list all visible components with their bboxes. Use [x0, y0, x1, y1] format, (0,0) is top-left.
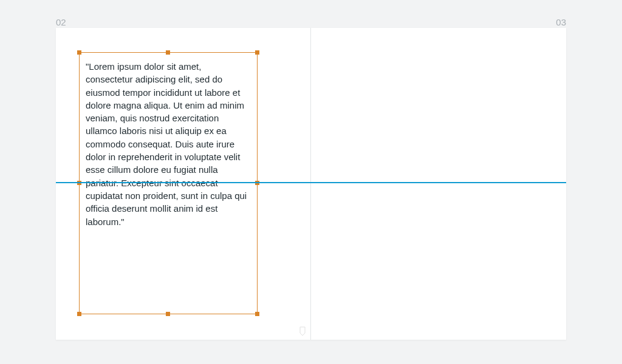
resize-handle-bottom-middle[interactable] [166, 312, 170, 316]
page-bottom-icon [298, 326, 307, 336]
page-number-right: 03 [556, 17, 566, 27]
resize-handle-top-middle[interactable] [166, 50, 170, 55]
page-spread[interactable]: "Lorem ipsum dolor sit amet, consectetur… [56, 28, 566, 340]
page-number-left: 02 [56, 17, 66, 27]
resize-handle-top-left[interactable] [77, 50, 81, 55]
resize-handle-bottom-left[interactable] [77, 312, 81, 316]
resize-handle-bottom-right[interactable] [255, 312, 259, 316]
page-left[interactable]: "Lorem ipsum dolor sit amet, consectetur… [56, 28, 311, 340]
page-right[interactable] [311, 28, 566, 340]
horizontal-guide[interactable] [56, 182, 566, 183]
resize-handle-top-right[interactable] [255, 50, 259, 55]
text-frame-selected[interactable]: "Lorem ipsum dolor sit amet, consectetur… [79, 52, 258, 314]
editor-workspace: 02 03 "Lorem ipsum dolor sit amet, conse… [0, 0, 622, 364]
text-frame-content[interactable]: "Lorem ipsum dolor sit amet, consectetur… [86, 60, 251, 228]
